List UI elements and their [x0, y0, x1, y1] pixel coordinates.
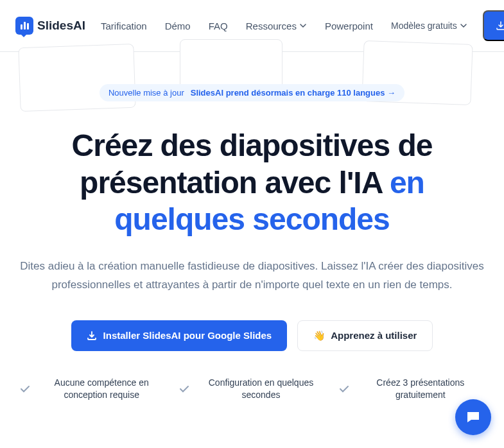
- check-icon: [19, 383, 31, 395]
- install-button[interactable]: Installer SlidesAI pour Google Slides: [71, 320, 288, 351]
- wave-emoji: 👋: [313, 330, 326, 341]
- chevron-down-icon: [299, 22, 307, 30]
- header: SlidesAI Tarification Démo FAQ Ressource…: [0, 0, 504, 52]
- download-icon: [87, 331, 97, 341]
- announcement-text: SlidesAI prend désormais en charge 110 l…: [191, 88, 395, 98]
- check-icon: [338, 383, 350, 395]
- logo-icon: [15, 17, 33, 35]
- announcement-banner[interactable]: Nouvelle mise à jour SlidesAI prend déso…: [100, 84, 404, 101]
- learn-button[interactable]: 👋 Apprenez à utiliser: [297, 320, 433, 351]
- hero-section: Nouvelle mise à jour SlidesAI prend déso…: [0, 52, 504, 415]
- nav-faq[interactable]: FAQ: [209, 21, 228, 31]
- chat-icon: [465, 409, 482, 415]
- feature-item: Aucune compétence en conception requise: [19, 377, 166, 402]
- announcement-badge: Nouvelle mise à jour: [109, 88, 184, 98]
- nav-powerpoint[interactable]: Powerpoint: [325, 21, 373, 31]
- nav-templates[interactable]: Modèles gratuits: [391, 20, 467, 31]
- hero-subtext: Dites adieu à la création manuelle fasti…: [13, 257, 491, 295]
- logo[interactable]: SlidesAI: [15, 17, 85, 35]
- nav-pricing[interactable]: Tarification: [101, 21, 147, 31]
- hero-headline: Créez des diapositives de présentation a…: [13, 127, 491, 238]
- cta-row: Installer SlidesAI pour Google Slides 👋 …: [13, 320, 491, 351]
- feature-item: Créez 3 présentations gratuitement: [338, 377, 485, 402]
- nav-resources[interactable]: Ressources: [246, 21, 307, 31]
- main-nav: Tarification Démo FAQ Ressources Powerpo…: [101, 20, 467, 31]
- feature-item: Configuration en quelques secondes: [178, 377, 325, 402]
- header-install-button[interactable]: Installer SlidesAI: [483, 10, 504, 41]
- check-icon: [178, 383, 190, 395]
- brand-name: SlidesAI: [37, 19, 85, 33]
- nav-demo[interactable]: Démo: [165, 21, 191, 31]
- chevron-down-icon: [460, 22, 467, 30]
- features-row: Aucune compétence en conception requise …: [13, 377, 491, 402]
- download-icon: [496, 21, 504, 31]
